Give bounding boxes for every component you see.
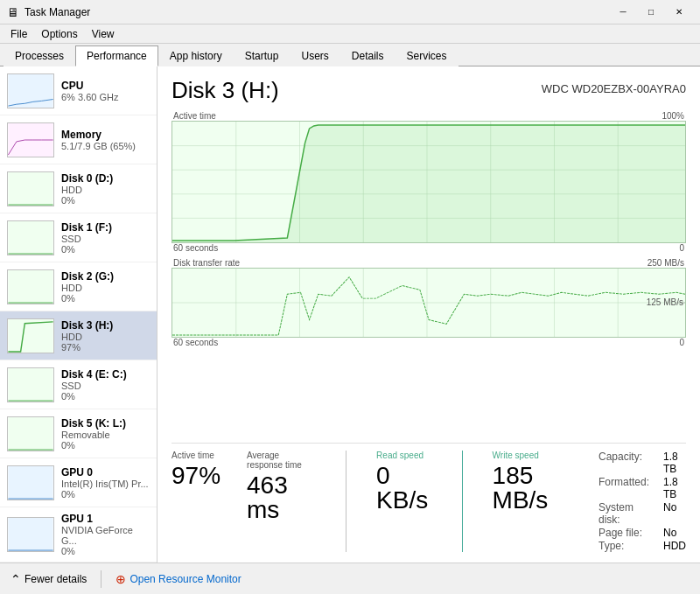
menu-view[interactable]: View — [85, 26, 122, 42]
app-title: Task Manager — [24, 6, 609, 18]
active-time-value: 97% — [172, 464, 220, 488]
sidebar-item-memory[interactable]: Memory 5.1/7.9 GB (65%) — [0, 115, 157, 164]
system-disk-val: No — [663, 501, 686, 526]
close-button[interactable]: ✕ — [665, 3, 693, 21]
read-speed-label: Read speed — [376, 451, 432, 460]
gpu1-sub: NVIDIA GeForce G...0% — [61, 525, 150, 556]
tab-performance[interactable]: Performance — [75, 45, 158, 66]
type-key: Type: — [598, 540, 649, 552]
chart-bottom-labels: Disk transfer rate 250 MB/s — [172, 258, 686, 268]
app-icon: 🖥 — [7, 5, 19, 19]
avg-response-label: Average response time — [247, 451, 316, 470]
fewer-details-label: Fewer details — [24, 573, 87, 585]
disk5-info: Disk 5 (K: L:) Removable0% — [61, 417, 150, 451]
memory-sub: 5.1/7.9 GB (65%) — [61, 141, 150, 151]
tab-startup[interactable]: Startup — [234, 45, 290, 66]
memory-thumbnail — [7, 122, 54, 157]
svg-rect-2 — [8, 172, 52, 206]
disk1-info: Disk 1 (F:) SSD0% — [61, 221, 150, 255]
disk4-thumbnail — [7, 367, 54, 402]
read-speed-stat: Read speed 0 KB/s — [376, 451, 432, 552]
memory-label: Memory — [61, 129, 150, 141]
sidebar-item-disk5[interactable]: Disk 5 (K: L:) Removable0% — [0, 409, 157, 458]
svg-rect-7 — [8, 417, 52, 451]
gpu0-thumbnail — [7, 465, 54, 500]
chart-bottom-right-label: 250 MB/s — [648, 258, 684, 268]
disk0-thumbnail — [7, 171, 54, 206]
chart-top-bottom-labels: 60 seconds 0 — [172, 243, 686, 253]
gpu1-thumbnail — [7, 517, 54, 552]
tab-processes[interactable]: Processes — [4, 45, 75, 66]
transfer-rate-chart: 125 MB/s — [172, 268, 686, 338]
cpu-label: CPU — [61, 80, 150, 92]
chart-top-right-label: 100% — [662, 111, 684, 121]
disk4-label: Disk 4 (E: C:) — [61, 368, 150, 381]
chart-container: Active time 100% — [172, 111, 686, 434]
cpu-sub: 6% 3.60 GHz — [61, 92, 150, 102]
sidebar-item-disk2[interactable]: Disk 2 (G:) HDD0% — [0, 262, 157, 311]
disk1-thumbnail — [7, 220, 54, 255]
stat-info-grid: Capacity: 1.8 TB Formatted: 1.8 TB Syste… — [598, 451, 686, 552]
transfer-rate-chart-section: Disk transfer rate 250 MB/s — [172, 258, 686, 347]
disk3-info: Disk 3 (H:) HDD97% — [61, 319, 150, 353]
page-file-key: Page file: — [598, 527, 649, 539]
menu-file[interactable]: File — [4, 26, 34, 42]
gpu1-info: GPU 1 NVIDIA GeForce G...0% — [61, 513, 150, 556]
gpu1-label: GPU 1 — [61, 513, 150, 525]
svg-rect-5 — [8, 319, 52, 353]
open-resource-monitor-button[interactable]: ⊕ Open Resource Monitor — [116, 572, 241, 586]
tab-details[interactable]: Details — [340, 45, 396, 66]
disk2-sub: HDD0% — [61, 283, 150, 304]
disk0-sub: HDD0% — [61, 185, 150, 206]
menu-bar: File Options View — [0, 24, 700, 44]
disk3-label: Disk 3 (H:) — [61, 319, 150, 332]
active-time-chart-section: Active time 100% — [172, 111, 686, 253]
tab-app-history[interactable]: App history — [158, 45, 234, 66]
gpu0-info: GPU 0 Intel(R) Iris(TM) Pr...0% — [61, 466, 150, 500]
avg-response-stat: Average response time 463 ms — [247, 451, 316, 552]
fewer-details-button[interactable]: ⌃ Fewer details — [10, 572, 87, 586]
memory-info: Memory 5.1/7.9 GB (65%) — [61, 129, 150, 151]
open-monitor-label: Open Resource Monitor — [130, 573, 241, 585]
bottom-divider — [101, 570, 102, 588]
svg-rect-3 — [8, 221, 52, 255]
write-speed-stat: Write speed 185 MB/s — [493, 451, 572, 552]
active-time-stat: Active time 97% — [172, 451, 220, 552]
disk4-info: Disk 4 (E: C:) SSD0% — [61, 368, 150, 402]
sidebar-item-disk0[interactable]: Disk 0 (D:) HDD0% — [0, 164, 157, 213]
title-bar: 🖥 Task Manager ─ □ ✕ — [0, 0, 700, 24]
svg-rect-4 — [8, 270, 52, 304]
type-val: HDD — [663, 540, 686, 552]
sidebar-item-disk4[interactable]: Disk 4 (E: C:) SSD0% — [0, 360, 157, 409]
disk3-thumbnail — [7, 318, 54, 353]
minimize-button[interactable]: ─ — [609, 3, 637, 21]
formatted-val: 1.8 TB — [663, 476, 686, 500]
gpu0-sub: Intel(R) Iris(TM) Pr...0% — [61, 479, 150, 500]
tab-services[interactable]: Services — [396, 45, 458, 66]
sidebar-item-cpu[interactable]: CPU 6% 3.60 GHz — [0, 66, 157, 115]
chart-top-left-label: Active time — [173, 111, 216, 121]
sidebar-item-disk3[interactable]: Disk 3 (H:) HDD97% — [0, 311, 157, 360]
menu-options[interactable]: Options — [34, 26, 84, 42]
monitor-icon: ⊕ — [116, 572, 126, 586]
stat-divider-1 — [346, 451, 346, 552]
svg-rect-6 — [8, 368, 52, 402]
capacity-key: Capacity: — [598, 451, 649, 475]
disk1-label: Disk 1 (F:) — [61, 221, 150, 234]
detail-panel: Disk 3 (H:) WDC WD20EZBX-00AYRA0 Active … — [158, 66, 700, 563]
sidebar-item-gpu0[interactable]: GPU 0 Intel(R) Iris(TM) Pr...0% — [0, 458, 157, 507]
tab-users[interactable]: Users — [290, 45, 340, 66]
sidebar-item-disk1[interactable]: Disk 1 (F:) SSD0% — [0, 213, 157, 262]
avg-response-value: 463 ms — [247, 473, 316, 522]
chart-bottom-left-label: Disk transfer rate — [173, 258, 240, 268]
chart-bottom-bottom-right: 0 — [679, 338, 684, 347]
chart-mid-label: 125 MB/s — [647, 297, 683, 307]
chart-bottom-bottom-labels: 60 seconds 0 — [172, 338, 686, 347]
window-controls: ─ □ ✕ — [609, 3, 693, 21]
active-time-chart — [172, 121, 686, 243]
maximize-button[interactable]: □ — [637, 3, 665, 21]
chart-top-labels: Active time 100% — [172, 111, 686, 121]
tab-bar: Processes Performance App history Startu… — [0, 44, 700, 66]
stat-divider-2 — [462, 451, 463, 552]
sidebar-item-gpu1[interactable]: GPU 1 NVIDIA GeForce G...0% — [0, 507, 157, 563]
